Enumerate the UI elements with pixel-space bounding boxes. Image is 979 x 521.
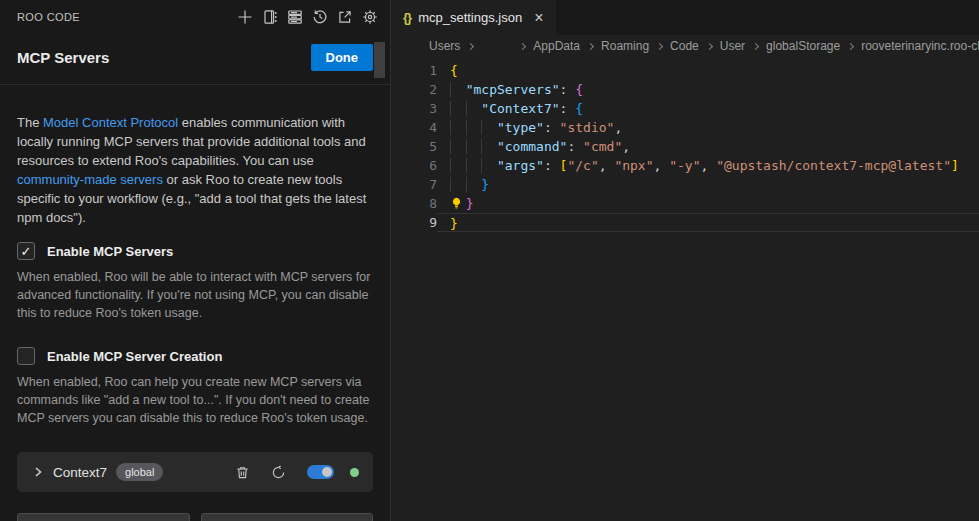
code-token: "@upstash/context7-mcp@latest" [716,158,951,173]
panel-body: The Model Context Protocol enables commu… [0,85,390,521]
code-token: "stdio" [560,120,615,135]
gear-icon[interactable] [361,8,378,25]
code-token: "command" [497,139,567,154]
checkbox-unchecked[interactable] [17,347,35,365]
panel-header: ROO CODE [0,0,390,33]
line-content: "type": "stdio", [437,118,979,137]
checkbox-checked[interactable]: ✓ [17,242,35,260]
breadcrumb-item[interactable]: AppData [533,39,580,53]
code-token [450,82,466,97]
history-icon[interactable] [311,8,328,25]
breadcrumb: UsersAppDataRoamingCodeUserglobalStorage… [391,35,979,57]
mcp-servers-icon[interactable] [286,8,303,25]
line-content: "args": ["/c", "npx", "-y", "@upstash/co… [437,156,979,175]
close-tab-icon[interactable]: × [534,10,543,26]
editor-pane: {} mcp_settings.json × UsersAppDataRoami… [391,0,979,521]
code-line[interactable]: 1{ [391,61,979,80]
edit-global-mcp-button[interactable]: Edit Global MCP [17,513,190,521]
chevron-right-icon [519,42,526,49]
code-line[interactable]: 5 "command": "cmd", [391,137,979,156]
code-token: : [544,158,560,173]
breadcrumb-item[interactable]: rooveterinaryinc.roo-cli [861,39,979,53]
code-token: : [560,101,576,116]
line-number: 5 [391,137,437,156]
code-token [450,177,481,192]
code-token [450,158,497,173]
line-content: "command": "cmd", [437,137,979,156]
page-title: MCP Servers [17,49,109,66]
line-content: "Context7": { [437,99,979,118]
code-token: } [450,216,458,231]
code-token: "type" [497,120,544,135]
line-number: 4 [391,118,437,137]
header-icons [236,8,378,25]
restart-server-icon[interactable] [270,464,287,481]
extension-title: ROO CODE [17,11,80,23]
toggle-label: Enable MCP Server Creation [47,349,222,364]
code-token: "mcpServers" [466,82,560,97]
chevron-right-icon[interactable] [32,466,44,478]
code-token: { [450,63,458,78]
chevron-right-icon [467,42,474,49]
code-line[interactable]: 9} [391,213,979,232]
toggle-settings: ✓Enable MCP ServersWhen enabled, Roo wil… [17,242,373,427]
json-file-icon: {} [403,10,411,25]
code-token: { [575,82,583,97]
line-number: 8 [391,194,437,213]
breadcrumb-item[interactable]: Users [429,39,460,53]
code-editor[interactable]: 1{2 "mcpServers": {3 "Context7": {4 "typ… [391,57,979,521]
chevron-right-icon [587,42,594,49]
code-line[interactable]: 3 "Context7": { [391,99,979,118]
breadcrumb-item[interactable]: Code [670,39,699,53]
mcp-server-row-context7[interactable]: Context7 global [17,452,373,492]
code-line[interactable]: 2 "mcpServers": { [391,80,979,99]
line-content: } [437,194,979,213]
code-token: "cmd" [583,139,622,154]
code-line[interactable]: 7 } [391,175,979,194]
mcp-edit-buttons: Edit Global MCP Edit Project MCP [17,513,373,521]
toggle-row: ✓Enable MCP Servers [17,242,373,260]
tab-bar: {} mcp_settings.json × [391,0,979,35]
code-line[interactable]: 4 "type": "stdio", [391,118,979,137]
breadcrumb-item[interactable]: globalStorage [766,39,840,53]
code-line[interactable]: 8} [391,194,979,213]
code-token: , [654,158,670,173]
breadcrumb-item[interactable]: Roaming [601,39,649,53]
plus-icon[interactable] [236,8,253,25]
panel-scrollbar-thumb[interactable] [374,42,385,78]
text-link[interactable]: community-made servers [17,172,163,187]
lightbulb-icon[interactable] [450,194,466,213]
code-token: , [614,120,622,135]
tab-filename: mcp_settings.json [418,10,522,25]
notebook-icon[interactable] [261,8,278,25]
delete-server-icon[interactable] [234,464,251,481]
code-token: : [567,139,583,154]
line-number: 1 [391,61,437,80]
toggle-description: When enabled, Roo will be able to intera… [17,268,373,322]
done-button[interactable]: Done [311,44,374,71]
toggle-description: When enabled, Roo can help you create ne… [17,373,373,427]
code-token: { [575,101,583,116]
toggle-row: Enable MCP Server Creation [17,347,373,365]
server-enabled-toggle[interactable] [307,465,334,479]
code-token: "Context7" [481,101,559,116]
code-line[interactable]: 6 "args": ["/c", "npx", "-y", "@upstash/… [391,156,979,175]
code-token: , [622,139,630,154]
line-number: 9 [391,213,437,232]
roo-code-mcp-settings-window: ROO CODE [0,0,979,521]
roo-code-panel: ROO CODE [0,0,391,521]
code-token: : [560,82,576,97]
code-token [450,101,481,116]
edit-project-mcp-button[interactable]: Edit Project MCP [201,513,374,521]
code-token: "-y" [669,158,700,173]
toggle-section: ✓Enable MCP ServersWhen enabled, Roo wil… [17,242,373,322]
breadcrumb-item[interactable]: User [720,39,745,53]
text-link[interactable]: Model Context Protocol [43,115,178,130]
code-token [450,120,497,135]
code-token: ] [951,158,959,173]
title-bar: MCP Servers Done [0,33,390,84]
open-external-icon[interactable] [336,8,353,25]
tab-mcp-settings[interactable]: {} mcp_settings.json × [391,0,556,35]
code-token: } [481,177,489,192]
chevron-right-icon [752,42,759,49]
